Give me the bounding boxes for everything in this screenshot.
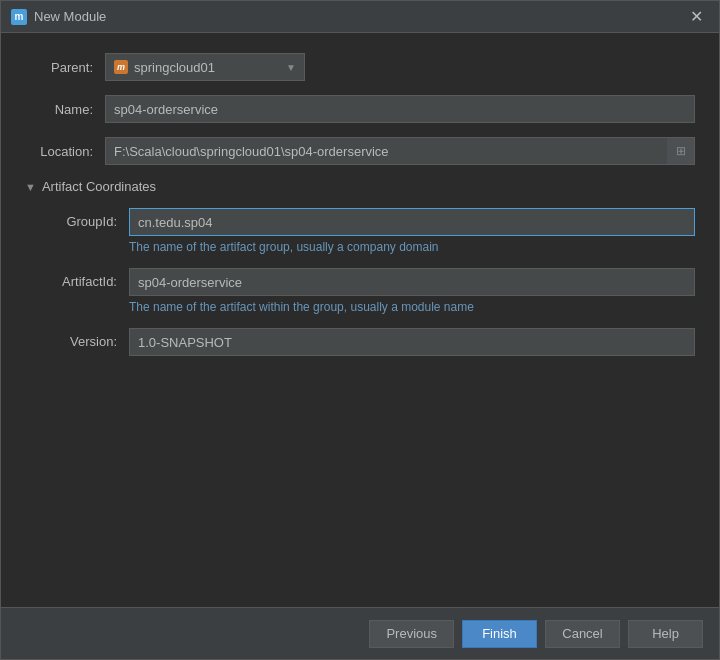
version-row: Version:	[49, 328, 695, 356]
group-id-row: GroupId: The name of the artifact group,…	[49, 208, 695, 264]
version-label: Version:	[49, 328, 129, 349]
artifact-section: GroupId: The name of the artifact group,…	[25, 208, 695, 356]
location-label: Location:	[25, 144, 105, 159]
name-label: Name:	[25, 102, 105, 117]
module-icon: m	[11, 9, 27, 25]
dialog-title: New Module	[34, 9, 106, 24]
name-input[interactable]	[105, 95, 695, 123]
parent-m-icon: m	[114, 60, 128, 74]
artifact-section-title: Artifact Coordinates	[42, 179, 156, 194]
version-input[interactable]	[129, 328, 695, 356]
group-id-hint: The name of the artifact group, usually …	[129, 240, 695, 254]
artifact-id-hint: The name of the artifact within the grou…	[129, 300, 695, 314]
folder-icon: ⊞	[676, 144, 686, 158]
parent-row: Parent: m springcloud01 ▼	[25, 53, 695, 81]
group-id-label: GroupId:	[49, 208, 129, 229]
parent-value: springcloud01	[134, 60, 215, 75]
close-button[interactable]: ✕	[684, 7, 709, 27]
parent-label: Parent:	[25, 60, 105, 75]
group-id-input[interactable]	[129, 208, 695, 236]
name-row: Name:	[25, 95, 695, 123]
artifact-section-header: ▼ Artifact Coordinates	[25, 179, 695, 194]
dropdown-arrow-icon: ▼	[286, 62, 296, 73]
location-input-wrap: ⊞	[105, 137, 695, 165]
browse-button[interactable]: ⊞	[667, 137, 695, 165]
artifact-id-row: ArtifactId: The name of the artifact wit…	[49, 268, 695, 324]
title-bar: m New Module ✕	[1, 1, 719, 33]
dialog-content: Parent: m springcloud01 ▼ Name: Location…	[1, 33, 719, 607]
new-module-dialog: m New Module ✕ Parent: m springcloud01 ▼…	[0, 0, 720, 660]
help-button[interactable]: Help	[628, 620, 703, 648]
cancel-button[interactable]: Cancel	[545, 620, 620, 648]
finish-button[interactable]: Finish	[462, 620, 537, 648]
location-input[interactable]	[105, 137, 695, 165]
location-row: Location: ⊞	[25, 137, 695, 165]
artifact-id-label: ArtifactId:	[49, 268, 129, 289]
dialog-footer: Previous Finish Cancel Help	[1, 607, 719, 659]
parent-dropdown[interactable]: m springcloud01 ▼	[105, 53, 305, 81]
artifact-id-input[interactable]	[129, 268, 695, 296]
title-bar-left: m New Module	[11, 9, 106, 25]
section-collapse-icon[interactable]: ▼	[25, 181, 36, 193]
previous-button[interactable]: Previous	[369, 620, 454, 648]
